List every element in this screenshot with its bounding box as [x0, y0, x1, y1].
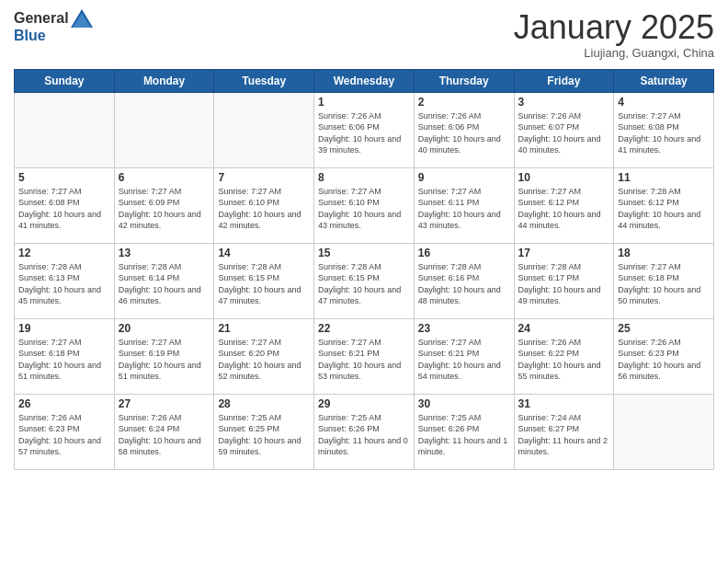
day-info: Sunrise: 7:27 AMSunset: 6:10 PMDaylight:… [218, 186, 310, 232]
day-info: Sunrise: 7:28 AMSunset: 6:12 PMDaylight:… [618, 186, 710, 232]
day-info: Sunrise: 7:27 AMSunset: 6:08 PMDaylight:… [18, 186, 110, 232]
title-section: January 2025 Liujiang, Guangxi, China [514, 9, 714, 60]
day-info: Sunrise: 7:26 AMSunset: 6:23 PMDaylight:… [18, 412, 110, 458]
day-info: Sunrise: 7:28 AMSunset: 6:16 PMDaylight:… [418, 261, 510, 307]
table-row: 16 Sunrise: 7:28 AMSunset: 6:16 PMDaylig… [414, 243, 514, 318]
table-row: 10 Sunrise: 7:27 AMSunset: 6:12 PMDaylig… [514, 167, 614, 243]
day-info: Sunrise: 7:26 AMSunset: 6:06 PMDaylight:… [318, 110, 410, 156]
table-row: 21 Sunrise: 7:27 AMSunset: 6:20 PMDaylig… [214, 318, 314, 394]
day-number: 3 [518, 96, 610, 109]
header-wednesday: Wednesday [314, 69, 415, 92]
day-number: 21 [218, 322, 310, 335]
header-tuesday: Tuesday [214, 69, 314, 92]
table-row: 26 Sunrise: 7:26 AMSunset: 6:23 PMDaylig… [15, 394, 115, 469]
calendar-table: Sunday Monday Tuesday Wednesday Thursday… [14, 69, 714, 470]
table-row: 2 Sunrise: 7:26 AMSunset: 6:06 PMDayligh… [414, 92, 514, 167]
table-row: 8 Sunrise: 7:27 AMSunset: 6:10 PMDayligh… [314, 167, 415, 243]
calendar-week-row: 1 Sunrise: 7:26 AMSunset: 6:06 PMDayligh… [15, 92, 714, 167]
table-row: 1 Sunrise: 7:26 AMSunset: 6:06 PMDayligh… [314, 92, 415, 167]
day-info: Sunrise: 7:27 AMSunset: 6:10 PMDaylight:… [318, 186, 410, 232]
day-info: Sunrise: 7:27 AMSunset: 6:19 PMDaylight:… [119, 337, 210, 383]
table-row [214, 92, 314, 167]
day-number: 8 [318, 171, 410, 184]
logo-triangle-icon [71, 9, 93, 28]
table-row: 13 Sunrise: 7:28 AMSunset: 6:14 PMDaylig… [114, 243, 214, 318]
logo-general: General [14, 10, 69, 27]
table-row: 18 Sunrise: 7:27 AMSunset: 6:18 PMDaylig… [614, 243, 714, 318]
day-number: 29 [318, 397, 410, 410]
day-info: Sunrise: 7:25 AMSunset: 6:26 PMDaylight:… [418, 412, 510, 458]
day-info: Sunrise: 7:25 AMSunset: 6:26 PMDaylight:… [318, 412, 410, 458]
logo-text-block: General Blue [14, 9, 93, 44]
table-row: 20 Sunrise: 7:27 AMSunset: 6:19 PMDaylig… [114, 318, 214, 394]
header-saturday: Saturday [614, 69, 714, 92]
day-number: 27 [119, 397, 210, 410]
header-thursday: Thursday [414, 69, 514, 92]
day-number: 25 [618, 322, 710, 335]
day-info: Sunrise: 7:27 AMSunset: 6:11 PMDaylight:… [418, 186, 510, 232]
day-number: 11 [618, 171, 710, 184]
day-number: 2 [418, 96, 510, 109]
day-info: Sunrise: 7:28 AMSunset: 6:15 PMDaylight:… [218, 261, 310, 307]
calendar-page: General Blue January 2025 Liujiang, Guan… [0, 0, 728, 563]
day-number: 4 [618, 96, 710, 109]
day-info: Sunrise: 7:27 AMSunset: 6:12 PMDaylight:… [518, 186, 610, 232]
table-row: 25 Sunrise: 7:26 AMSunset: 6:23 PMDaylig… [614, 318, 714, 394]
day-number: 15 [318, 247, 410, 259]
day-number: 7 [218, 171, 310, 184]
day-info: Sunrise: 7:26 AMSunset: 6:06 PMDaylight:… [418, 110, 510, 156]
day-number: 24 [518, 322, 610, 335]
day-info: Sunrise: 7:27 AMSunset: 6:18 PMDaylight:… [18, 337, 110, 383]
day-number: 6 [119, 171, 210, 184]
table-row: 4 Sunrise: 7:27 AMSunset: 6:08 PMDayligh… [614, 92, 714, 167]
table-row: 17 Sunrise: 7:28 AMSunset: 6:17 PMDaylig… [514, 243, 614, 318]
day-number: 16 [418, 247, 510, 259]
day-number: 17 [518, 247, 610, 259]
day-number: 13 [119, 247, 210, 259]
logo: General Blue [14, 9, 93, 44]
table-row: 22 Sunrise: 7:27 AMSunset: 6:21 PMDaylig… [314, 318, 415, 394]
day-number: 28 [218, 397, 310, 410]
calendar-week-row: 5 Sunrise: 7:27 AMSunset: 6:08 PMDayligh… [15, 167, 714, 243]
table-row: 5 Sunrise: 7:27 AMSunset: 6:08 PMDayligh… [15, 167, 115, 243]
table-row: 11 Sunrise: 7:28 AMSunset: 6:12 PMDaylig… [614, 167, 714, 243]
day-info: Sunrise: 7:25 AMSunset: 6:25 PMDaylight:… [218, 412, 310, 458]
table-row [614, 394, 714, 469]
day-info: Sunrise: 7:27 AMSunset: 6:20 PMDaylight:… [218, 337, 310, 383]
table-row: 7 Sunrise: 7:27 AMSunset: 6:10 PMDayligh… [214, 167, 314, 243]
day-number: 31 [518, 397, 610, 410]
day-number: 20 [119, 322, 210, 335]
month-title: January 2025 [514, 9, 714, 46]
day-info: Sunrise: 7:28 AMSunset: 6:17 PMDaylight:… [518, 261, 610, 307]
day-info: Sunrise: 7:27 AMSunset: 6:09 PMDaylight:… [119, 186, 210, 232]
day-info: Sunrise: 7:27 AMSunset: 6:21 PMDaylight:… [418, 337, 510, 383]
day-info: Sunrise: 7:26 AMSunset: 6:24 PMDaylight:… [119, 412, 210, 458]
table-row: 12 Sunrise: 7:28 AMSunset: 6:13 PMDaylig… [15, 243, 115, 318]
table-row: 31 Sunrise: 7:24 AMSunset: 6:27 PMDaylig… [514, 394, 614, 469]
day-info: Sunrise: 7:28 AMSunset: 6:15 PMDaylight:… [318, 261, 410, 307]
weekday-header-row: Sunday Monday Tuesday Wednesday Thursday… [15, 69, 714, 92]
table-row: 28 Sunrise: 7:25 AMSunset: 6:25 PMDaylig… [214, 394, 314, 469]
header: General Blue January 2025 Liujiang, Guan… [14, 9, 714, 60]
day-number: 10 [518, 171, 610, 184]
calendar-week-row: 19 Sunrise: 7:27 AMSunset: 6:18 PMDaylig… [15, 318, 714, 394]
day-info: Sunrise: 7:26 AMSunset: 6:23 PMDaylight:… [618, 337, 710, 383]
table-row: 14 Sunrise: 7:28 AMSunset: 6:15 PMDaylig… [214, 243, 314, 318]
table-row: 6 Sunrise: 7:27 AMSunset: 6:09 PMDayligh… [114, 167, 214, 243]
table-row: 29 Sunrise: 7:25 AMSunset: 6:26 PMDaylig… [314, 394, 415, 469]
day-number: 18 [618, 247, 710, 259]
day-number: 23 [418, 322, 510, 335]
calendar-week-row: 12 Sunrise: 7:28 AMSunset: 6:13 PMDaylig… [15, 243, 714, 318]
table-row: 15 Sunrise: 7:28 AMSunset: 6:15 PMDaylig… [314, 243, 415, 318]
day-number: 1 [318, 96, 410, 109]
table-row [114, 92, 214, 167]
day-info: Sunrise: 7:27 AMSunset: 6:18 PMDaylight:… [618, 261, 710, 307]
day-number: 14 [218, 247, 310, 259]
location: Liujiang, Guangxi, China [514, 46, 714, 60]
table-row: 9 Sunrise: 7:27 AMSunset: 6:11 PMDayligh… [414, 167, 514, 243]
day-info: Sunrise: 7:26 AMSunset: 6:07 PMDaylight:… [518, 110, 610, 156]
day-number: 26 [18, 397, 110, 410]
table-row: 3 Sunrise: 7:26 AMSunset: 6:07 PMDayligh… [514, 92, 614, 167]
day-info: Sunrise: 7:27 AMSunset: 6:21 PMDaylight:… [318, 337, 410, 383]
day-number: 30 [418, 397, 510, 410]
